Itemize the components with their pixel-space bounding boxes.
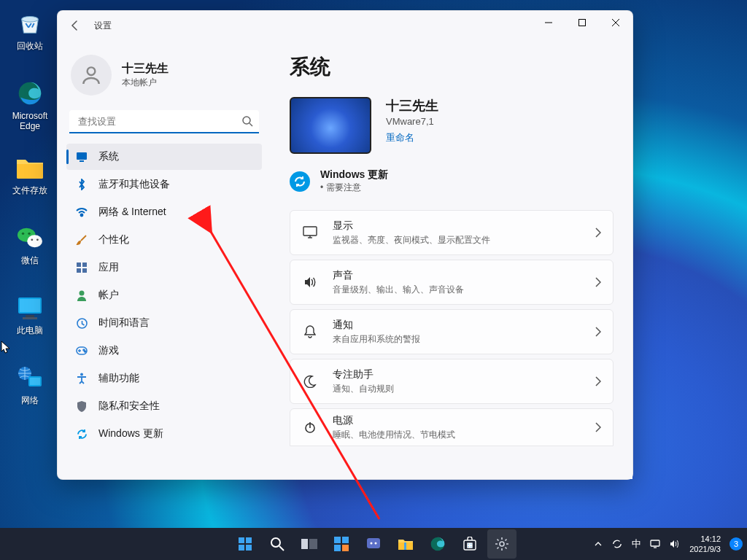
sidebar-item-person[interactable]: 帐户: [66, 282, 262, 308]
sidebar-item-wifi[interactable]: 网络 & Internet: [66, 199, 262, 225]
clock-time: 14:12: [689, 534, 721, 544]
taskbar-explorer-button[interactable]: [391, 529, 420, 559]
sound-icon: [302, 276, 318, 289]
maximize-button[interactable]: [565, 11, 599, 34]
sidebar-item-update[interactable]: Windows 更新: [66, 421, 262, 447]
svg-point-34: [80, 373, 83, 376]
rename-link[interactable]: 重命名: [386, 131, 414, 144]
svg-rect-11: [23, 317, 37, 319]
settings-card-sound[interactable]: 声音音量级别、输出、输入、声音设备: [290, 260, 614, 305]
cursor-icon: [0, 340, 12, 354]
tray-sync-icon[interactable]: [611, 537, 624, 551]
svg-rect-16: [579, 20, 586, 26]
avatar: [71, 55, 112, 96]
sidebar-item-label: 游戏: [98, 344, 119, 357]
svg-line-21: [249, 123, 252, 126]
settings-card-display[interactable]: 显示监视器、亮度、夜间模式、显示配置文件: [290, 210, 614, 255]
card-title: 电源: [333, 414, 581, 427]
net-icon: [15, 363, 44, 392]
sidebar-item-access[interactable]: 辅助功能: [66, 365, 262, 392]
close-button[interactable]: [599, 11, 632, 34]
settings-card-focus[interactable]: 专注助手通知、自动规则: [290, 359, 614, 404]
desktop-icon-5[interactable]: 网络: [3, 363, 57, 405]
sidebar-item-bt[interactable]: 蓝牙和其他设备: [66, 171, 262, 198]
settings-window: 设置 十三先生 本地帐户 系统蓝牙和其: [57, 10, 633, 480]
display-icon: [302, 226, 318, 239]
desktop-icon-3[interactable]: 微信: [3, 223, 57, 265]
back-button[interactable]: [62, 12, 88, 39]
desktop-icon-4[interactable]: 此电脑: [3, 293, 57, 335]
window-controls: [532, 11, 632, 34]
settings-cards: 显示监视器、亮度、夜间模式、显示配置文件声音音量级别、输出、输入、声音设备通知来…: [290, 210, 614, 446]
taskbar-search-button[interactable]: [263, 529, 292, 559]
chevron-right-icon: [595, 327, 601, 337]
sidebar-item-system[interactable]: 系统: [66, 144, 262, 170]
wallpaper-thumb[interactable]: [290, 97, 371, 154]
update-status[interactable]: Windows 更新 • 需要注意: [290, 168, 614, 194]
taskbar-clock[interactable]: 14:12 2021/9/3: [686, 534, 724, 554]
svg-rect-27: [77, 268, 81, 273]
device-model: VMware7,1: [386, 116, 438, 127]
svg-point-45: [271, 538, 280, 547]
page-title: 系统: [290, 53, 614, 81]
svg-rect-53: [367, 538, 380, 548]
sidebar-item-game[interactable]: 游戏: [66, 338, 262, 364]
settings-card-power[interactable]: 电源睡眠、电池使用情况、节电模式: [290, 408, 614, 446]
tray-chevron-icon[interactable]: [592, 537, 605, 551]
edge-icon: [15, 79, 44, 108]
widgets-icon: [333, 536, 349, 552]
chevron-right-icon: [595, 228, 601, 238]
taskbar-settings-button[interactable]: [487, 529, 516, 559]
taskbar-chat-button[interactable]: [359, 529, 388, 559]
svg-rect-42: [246, 537, 252, 543]
svg-rect-35: [303, 227, 317, 236]
taskview-icon: [301, 537, 317, 551]
svg-rect-23: [80, 160, 84, 162]
shield-icon: [75, 400, 88, 413]
card-title: 专注助手: [333, 368, 581, 381]
tray-volume-icon[interactable]: [667, 537, 681, 551]
sidebar-item-time[interactable]: 时间和语言: [66, 310, 262, 336]
system-icon: [75, 150, 88, 163]
desktop-icon-2[interactable]: 文件存放: [3, 153, 57, 195]
taskbar-store-button[interactable]: [455, 529, 484, 559]
card-title: 通知: [333, 319, 581, 332]
svg-rect-65: [651, 540, 659, 546]
sidebar: 十三先生 本地帐户 系统蓝牙和其他设备网络 & Internet个性化应用帐户时…: [58, 40, 271, 479]
desktop-icon-label: 文件存放: [3, 185, 57, 195]
minimize-button[interactable]: [532, 11, 565, 34]
taskbar-taskview-button[interactable]: [295, 529, 324, 559]
user-sub: 本地帐户: [122, 77, 169, 89]
bt-icon: [75, 178, 88, 191]
pc-icon: [15, 293, 44, 322]
user-profile[interactable]: 十三先生 本地帐户: [65, 47, 263, 106]
svg-point-3: [27, 235, 42, 247]
taskbar-widgets-button[interactable]: [327, 529, 356, 559]
brush-icon: [75, 233, 88, 246]
svg-point-20: [243, 117, 250, 124]
svg-point-0: [22, 17, 39, 23]
sidebar-item-label: 蓝牙和其他设备: [98, 178, 170, 191]
sidebar-item-shield[interactable]: 隐私和安全性: [66, 393, 262, 419]
svg-rect-22: [77, 152, 87, 160]
chevron-right-icon: [595, 422, 601, 432]
settings-card-notif[interactable]: 通知来自应用和系统的警报: [290, 309, 614, 354]
sidebar-item-apps[interactable]: 应用: [66, 254, 262, 281]
tray-ime[interactable]: 中: [630, 537, 643, 551]
person-icon: [75, 289, 88, 302]
notif-icon: [302, 325, 318, 338]
search-input[interactable]: [69, 110, 259, 133]
sidebar-item-label: 辅助功能: [98, 372, 139, 385]
desktop-icon-1[interactable]: Microsoft Edge: [3, 79, 57, 131]
svg-point-24: [81, 214, 83, 217]
update-sub: • 需要注意: [320, 182, 388, 194]
desktop-icon-0[interactable]: 回收站: [3, 9, 57, 51]
main-panel: 系统 十三先生 VMware7,1 重命名 Windows 更新 • 需要注意 …: [271, 40, 632, 479]
sidebar-item-brush[interactable]: 个性化: [66, 227, 262, 253]
taskbar-start-button[interactable]: [231, 529, 260, 559]
update-icon: [290, 171, 310, 192]
taskbar-edge-button[interactable]: [423, 529, 452, 559]
notification-badge[interactable]: 3: [729, 537, 743, 551]
sidebar-item-label: 系统: [98, 150, 119, 163]
tray-network-icon[interactable]: [649, 537, 662, 551]
